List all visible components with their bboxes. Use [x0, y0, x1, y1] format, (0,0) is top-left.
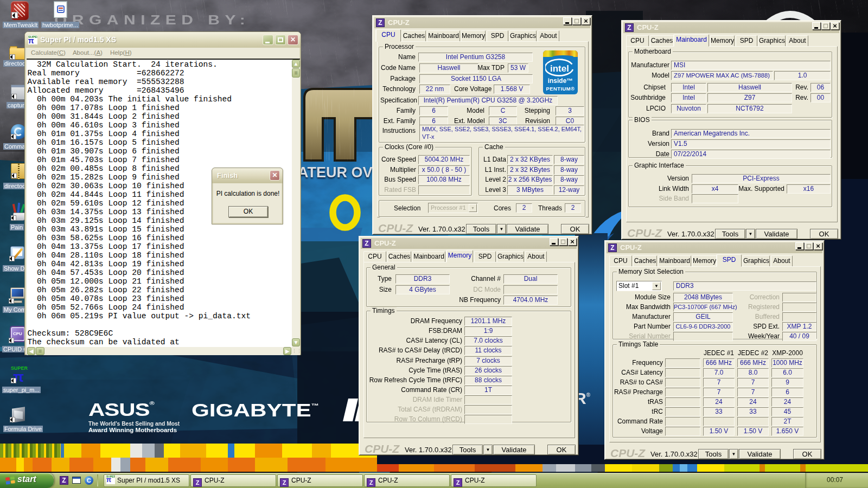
svg-text:intel: intel [550, 63, 569, 74]
